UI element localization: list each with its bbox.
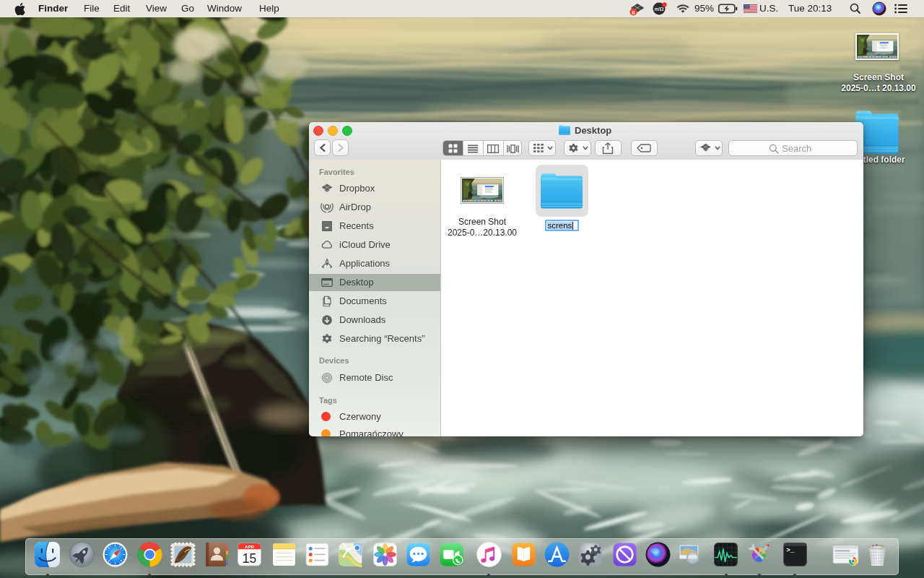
svg-text:mΏ: mΏ — [655, 6, 664, 12]
svg-text:6: 6 — [632, 9, 635, 16]
svg-text:>_: >_ — [786, 546, 795, 554]
svg-text:15: 15 — [243, 551, 256, 566]
svg-text:APR: APR — [245, 544, 255, 549]
